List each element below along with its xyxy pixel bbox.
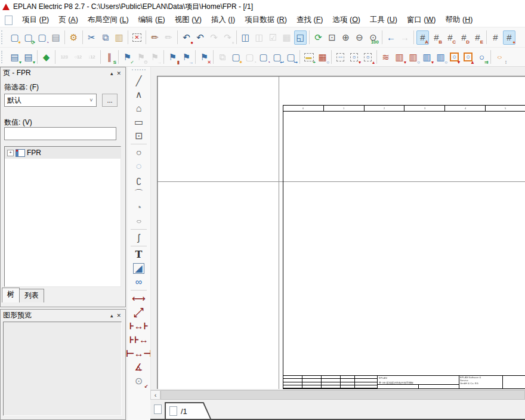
- terminal-strip-definition-icon[interactable]: ≋: [379, 50, 392, 64]
- forward-icon[interactable]: →: [399, 30, 411, 45]
- grid-table-icon[interactable]: ▦: [280, 30, 293, 45]
- line-icon[interactable]: ╱: [131, 74, 147, 88]
- menu-item-w[interactable]: 窗口 (W): [402, 14, 441, 26]
- zoom-100-icon[interactable]: ⊙100: [367, 30, 379, 45]
- grid-toggle-icon[interactable]: #: [489, 30, 502, 45]
- print-icon[interactable]: ▤: [50, 30, 62, 45]
- page-properties-time-icon[interactable]: ▢◔: [257, 50, 270, 64]
- interruption-point-source-icon[interactable]: ○▼: [448, 50, 461, 64]
- value-input[interactable]: [4, 127, 116, 140]
- cut-icon[interactable]: ✂: [85, 30, 98, 45]
- interruption-list-icon[interactable]: ▥○: [434, 50, 447, 64]
- grid-d-icon[interactable]: #D: [458, 30, 470, 45]
- grid-a-icon[interactable]: #A: [416, 30, 429, 45]
- image-icon[interactable]: ◢: [131, 261, 147, 275]
- zoom-window-icon[interactable]: ⊡: [326, 30, 338, 45]
- import-page-icon[interactable]: ▢↩: [271, 50, 283, 64]
- menu-item-r[interactable]: 项目数据 (R): [240, 14, 292, 26]
- dimension-radius-icon[interactable]: ⊙↙: [131, 374, 147, 388]
- undo-point-icon[interactable]: ↶●: [180, 30, 193, 45]
- page-properties-icon[interactable]: ▢◔: [243, 50, 256, 64]
- device-filter-icon[interactable]: ▦○: [316, 50, 329, 64]
- macro-export-icon[interactable]: ⚑→: [149, 50, 161, 64]
- menu-item-e[interactable]: 编辑 (E): [134, 14, 170, 26]
- macro-settings-icon[interactable]: ⚑⚙: [135, 50, 147, 64]
- grid-c-icon[interactable]: #C: [444, 30, 456, 45]
- back-icon[interactable]: ←: [385, 30, 397, 45]
- plugin-icon[interactable]: ◆: [40, 50, 52, 64]
- plc-box-icon[interactable]: ▥▾: [421, 50, 433, 64]
- redo-icon[interactable]: ↷: [208, 30, 220, 45]
- drawing-canvas[interactable]: 012345 修改日期姓名 日期校对标准审核 2019/11/4 EPLAN 带…: [150, 67, 525, 390]
- window-split-icon[interactable]: ◫: [239, 30, 252, 45]
- scroll-left-button[interactable]: ‹: [150, 390, 160, 400]
- new-page-icon[interactable]: ▢✶: [230, 50, 242, 64]
- panel-collapse-icon[interactable]: ▴: [109, 313, 115, 319]
- page-navigator-icon[interactable]: ▤▾: [8, 50, 21, 64]
- connection-symbols-icon[interactable]: ∥S: [103, 50, 116, 64]
- copy-page-icon[interactable]: ⧉: [216, 50, 228, 64]
- number-terminals-icon[interactable]: ↓12: [85, 50, 98, 64]
- schematic-page[interactable]: 012345 修改日期姓名 日期校对标准审核 2019/11/4 EPLAN 带…: [157, 76, 525, 389]
- window-layout-icon[interactable]: ◫: [253, 30, 265, 45]
- arc-center-icon[interactable]: ⌒: [131, 187, 147, 200]
- format-copy-icon[interactable]: ✏: [162, 30, 175, 45]
- layout-space-navigator-icon[interactable]: ▤▾: [22, 50, 35, 64]
- menu-item-i[interactable]: 插入 (I): [206, 14, 240, 26]
- page-tab[interactable]: /1: [165, 402, 211, 419]
- sector-icon[interactable]: ◔: [131, 200, 147, 214]
- menu-item-l[interactable]: 布局空间 (L): [83, 14, 134, 26]
- snap-grid-icon[interactable]: #✦: [503, 30, 515, 45]
- page-check-icon[interactable]: ☑: [267, 30, 279, 45]
- insert-window-macro-icon[interactable]: ⚑▮: [166, 50, 179, 64]
- dimension-continued-icon[interactable]: ⊦↔⊦: [131, 319, 147, 333]
- plug-definition-icon[interactable]: ▥▾: [393, 50, 406, 64]
- hyperlink-icon[interactable]: ∞: [131, 275, 147, 289]
- polyline-icon[interactable]: ∧: [131, 88, 147, 101]
- insert-symbol-macro-icon[interactable]: ⚑→: [180, 50, 193, 64]
- rectangle-center-icon[interactable]: ⊡: [131, 129, 147, 143]
- dimension-linear-icon[interactable]: ⟷: [131, 292, 147, 305]
- macro-check-icon[interactable]: ⚑✓: [121, 50, 134, 64]
- project-management-icon[interactable]: ▢◔: [36, 30, 48, 45]
- tree-expander-icon[interactable]: +: [7, 150, 14, 156]
- workbook-icon[interactable]: ◱: [294, 30, 307, 45]
- menu-item-o[interactable]: 选项 (O): [328, 14, 365, 26]
- insert-terminal-icon[interactable]: ○▾: [348, 50, 360, 64]
- insert-plug-icon[interactable]: ○▴: [362, 50, 374, 64]
- delete-macro-icon[interactable]: ⚑✕: [198, 50, 211, 64]
- settings-icon[interactable]: ⚙: [67, 30, 80, 45]
- black-box-icon[interactable]: ▥○: [407, 50, 419, 64]
- filter-dropdown[interactable]: 默认 ˅: [4, 94, 97, 107]
- delete-selection-icon[interactable]: ✕: [131, 30, 143, 45]
- grid-e-icon[interactable]: #E: [471, 30, 484, 45]
- new-page-icon[interactable]: [5, 16, 13, 25]
- number-devices-icon[interactable]: ○12: [72, 50, 84, 64]
- open-project-icon[interactable]: ▢⟳: [22, 30, 35, 45]
- panel-collapse-icon[interactable]: ▴: [109, 70, 115, 76]
- menu-item-a[interactable]: 页 (A): [54, 14, 83, 26]
- text-icon[interactable]: T: [131, 248, 147, 261]
- menu-item-f[interactable]: 查找 (F): [292, 14, 328, 26]
- menu-item-h[interactable]: 帮助 (H): [441, 14, 478, 26]
- panel-close-icon[interactable]: ✕: [115, 70, 123, 76]
- grid-b-icon[interactable]: #B: [430, 30, 443, 45]
- dimension-baseline-icon[interactable]: ⊦⊦↔: [131, 333, 147, 347]
- rectangle-icon[interactable]: ▭: [131, 115, 147, 129]
- tree-item-fpr[interactable]: +FPR: [5, 147, 121, 159]
- zoom-out-icon[interactable]: ⊖: [353, 30, 366, 45]
- undo-icon[interactable]: ↶: [194, 30, 206, 45]
- menu-item-v[interactable]: 视图 (V): [170, 14, 206, 26]
- dimension-incremental-icon[interactable]: ⊢↔⊣: [131, 347, 147, 360]
- pages-panel-tab-列表[interactable]: 列表: [19, 289, 44, 302]
- circle-icon[interactable]: ○: [131, 146, 147, 159]
- menu-item-p[interactable]: 项目 (P): [17, 14, 54, 26]
- paste-icon[interactable]: ▥: [113, 30, 125, 45]
- format-paint-icon[interactable]: ✏: [149, 30, 161, 45]
- scrollbar-thumb[interactable]: [160, 390, 525, 400]
- interruption-point-target-icon[interactable]: ○▲: [462, 50, 474, 64]
- dimension-angle-icon[interactable]: ∡: [131, 360, 147, 374]
- ellipse-icon[interactable]: ○: [131, 214, 147, 228]
- zoom-in-icon[interactable]: ⊕: [339, 30, 352, 45]
- number-pages-icon[interactable]: 123: [58, 50, 70, 64]
